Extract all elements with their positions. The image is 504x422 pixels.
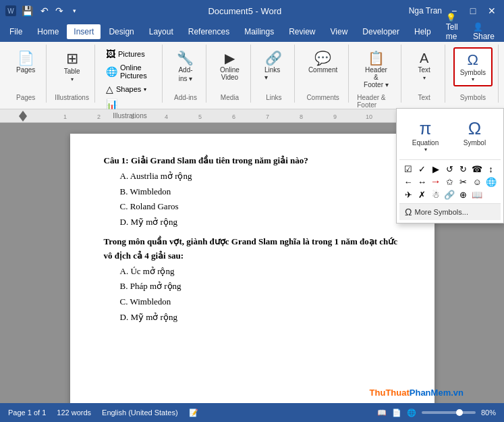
save-button[interactable]: 💾 xyxy=(20,4,34,18)
menu-design[interactable]: Design xyxy=(102,24,140,39)
table-label: Table xyxy=(64,68,80,75)
sym-leftright[interactable]: ↔ xyxy=(416,176,428,188)
text-button[interactable]: A Text ▾ xyxy=(410,47,439,85)
sym-snow[interactable]: ☃ xyxy=(430,188,442,201)
svg-text:1: 1 xyxy=(63,113,67,120)
sym-smiley[interactable]: ☺ xyxy=(471,176,483,188)
user-info: Nga Tran xyxy=(409,6,442,16)
online-video-button[interactable]: ▶ OnlineVideo xyxy=(215,47,245,85)
sym-undo[interactable]: ↺ xyxy=(443,163,455,175)
title-bar-left: W 💾 ↶ ↷ ▾ xyxy=(5,4,81,18)
view-layout-icon[interactable]: 📄 xyxy=(392,408,401,417)
sym-right-arrow[interactable]: → xyxy=(430,176,442,188)
menu-view[interactable]: View xyxy=(324,24,355,39)
menu-review[interactable]: Review xyxy=(282,24,322,39)
zoom-level[interactable]: 80% xyxy=(481,408,496,417)
answers-list-2: A. Úc mở rộng B. Pháp mở rộng C. Wimbled… xyxy=(120,265,401,325)
text-dropdown: ▾ xyxy=(423,75,426,81)
ribbon-group-tables: ⊞ Table ▾ Illustrations xyxy=(49,45,95,103)
view-read-icon[interactable]: 📖 xyxy=(377,408,387,417)
symbols-content: Ω Symbols ▾ xyxy=(453,46,493,93)
menu-file[interactable]: File xyxy=(3,24,29,39)
online-pictures-label: Online Pictures xyxy=(120,63,154,80)
sym-scissors[interactable]: ✂ xyxy=(457,176,470,188)
svg-text:9: 9 xyxy=(333,113,337,120)
sym-updown[interactable]: ↕ xyxy=(485,163,497,175)
sym-check[interactable]: ✓ xyxy=(416,163,428,175)
links-content: 🔗 Links ▾ xyxy=(259,46,289,93)
text-group-label: Text xyxy=(418,94,430,101)
page-info: Page 1 of 1 xyxy=(8,408,46,417)
menu-insert[interactable]: Insert xyxy=(67,24,101,39)
answer-2c: C. Wimbledon xyxy=(120,295,401,309)
restore-button[interactable]: □ xyxy=(466,4,480,18)
sym-x[interactable]: ✗ xyxy=(416,188,428,201)
answer-1a: A. Austrlia mở rộng xyxy=(120,169,401,184)
sym-redo[interactable]: ↻ xyxy=(457,163,470,175)
sym-checkbox[interactable]: ☑ xyxy=(402,163,414,175)
links-label: Links ▾ xyxy=(264,66,283,81)
more-symbols-label: More Symbols... xyxy=(414,208,468,216)
svg-text:8: 8 xyxy=(300,113,303,120)
menu-share[interactable]: 👤 Share xyxy=(466,20,501,44)
links-group-label: Links xyxy=(266,94,281,101)
tables-content: ⊞ Table ▾ xyxy=(57,46,87,93)
table-dropdown: ▾ xyxy=(71,76,74,82)
redo-button[interactable]: ↷ xyxy=(53,4,66,18)
sym-play[interactable]: ▶ xyxy=(430,163,442,175)
more-symbols-button[interactable]: Ω More Symbols... xyxy=(399,203,501,220)
menu-help[interactable]: Help xyxy=(408,24,438,39)
sym-airplane[interactable]: ✈ xyxy=(402,188,414,201)
sym-left[interactable]: ← xyxy=(402,176,414,188)
smartart-button[interactable]: 📊 xyxy=(103,97,120,111)
addins-button[interactable]: 🔧 Add- ins ▾ xyxy=(171,47,200,86)
shapes-dropdown-icon: ▾ xyxy=(144,86,146,93)
menu-layout[interactable]: Layout xyxy=(142,24,180,39)
equation-icon: π xyxy=(420,118,432,139)
word-icon: W xyxy=(5,5,16,16)
sym-globe[interactable]: 🌐 xyxy=(485,176,497,188)
question-1-text: Câu 1: Giải Grand Slam đầu tiên trong nă… xyxy=(104,155,308,165)
sym-book[interactable]: 📖 xyxy=(471,188,483,201)
pages-label: Pages xyxy=(16,66,35,74)
header-footer-button[interactable]: 📋 Header &Footer ▾ xyxy=(357,47,395,93)
symbol-omega-icon: Ω xyxy=(468,118,481,139)
menu-mailings[interactable]: Mailings xyxy=(237,24,281,39)
view-web-icon[interactable]: 🌐 xyxy=(407,408,416,417)
undo-button[interactable]: ↶ xyxy=(38,4,51,18)
svg-text:2: 2 xyxy=(97,113,101,120)
equation-button[interactable]: π Equation ▾ xyxy=(402,114,449,157)
table-button[interactable]: ⊞ Table ▾ xyxy=(57,47,87,86)
ribbon-group-links: 🔗 Links ▾ Links xyxy=(254,45,295,103)
zoom-thumb xyxy=(456,409,463,416)
symbols-button[interactable]: Ω Symbols ▾ xyxy=(453,47,493,86)
ribbon: 📄 Pages Pages ⊞ Table ▾ Illustrations 🖼 … xyxy=(0,42,504,109)
menu-home[interactable]: Home xyxy=(30,24,65,39)
sym-link[interactable]: 🔗 xyxy=(443,188,455,201)
links-button[interactable]: 🔗 Links ▾ xyxy=(259,47,289,85)
pages-button[interactable]: 📄 Pages xyxy=(11,47,40,78)
ribbon-group-text: A Text ▾ Text xyxy=(404,45,445,103)
document-page[interactable]: Câu 1: Giải Grand Slam đầu tiên trong nă… xyxy=(70,134,435,403)
menu-references[interactable]: References xyxy=(181,24,236,39)
sym-phone[interactable]: ☎ xyxy=(471,163,483,175)
shapes-button[interactable]: △ Shapes ▾ xyxy=(103,82,149,96)
zoom-slider[interactable] xyxy=(422,411,476,414)
sym-circle-plus[interactable]: ⊕ xyxy=(457,188,470,201)
header-content: 📋 Header &Footer ▾ xyxy=(357,46,395,93)
symbols-dropdown: ▾ xyxy=(472,76,474,82)
header-footer-icon: 📋 xyxy=(368,51,385,65)
watermark-thuat: Thuat xyxy=(385,388,409,398)
sym-star[interactable]: ✩ xyxy=(443,176,455,188)
pictures-button[interactable]: 🖼 Pictures xyxy=(103,47,148,61)
ribbon-group-comments: 💬 Comment Comments xyxy=(298,45,349,103)
menu-developer[interactable]: Developer xyxy=(356,24,406,39)
online-pictures-button[interactable]: 🌐 Online Pictures xyxy=(103,62,157,81)
quick-access-dropdown[interactable]: ▾ xyxy=(67,4,81,18)
comment-button[interactable]: 💬 Comment xyxy=(303,47,343,78)
symbol-button[interactable]: Ω Symbol xyxy=(451,114,498,157)
svg-text:4: 4 xyxy=(165,113,168,120)
pictures-label: Pictures xyxy=(118,50,145,58)
close-button[interactable]: ✕ xyxy=(485,4,499,18)
addins-content: 🔧 Add- ins ▾ xyxy=(171,46,200,93)
